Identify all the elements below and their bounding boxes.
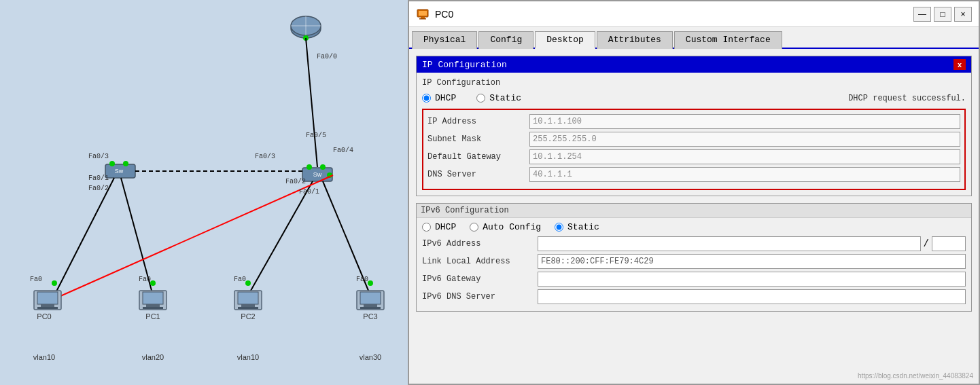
svg-text:Fa0/0: Fa0/0 <box>317 53 337 60</box>
svg-text:Fa0: Fa0 <box>356 276 368 283</box>
tab-config[interactable]: Config <box>478 31 533 49</box>
ipv6-gateway-input[interactable] <box>538 272 966 287</box>
svg-point-31 <box>150 280 156 286</box>
svg-text:Fa0/3: Fa0/3 <box>88 153 109 160</box>
svg-point-7 <box>109 161 115 166</box>
svg-rect-40 <box>360 292 381 304</box>
svg-point-8 <box>123 161 128 166</box>
svg-point-37 <box>245 280 251 286</box>
pc0-dialog: PC0 — □ × Physical Config Desktop Attrib… <box>408 0 980 385</box>
dialog-tabs: Physical Config Desktop Attributes Custo… <box>409 27 979 49</box>
svg-text:Fa0/2: Fa0/2 <box>88 185 109 192</box>
ipv6-config-box: IPv6 Configuration DHCP Auto Config Stat… <box>416 203 972 312</box>
dhcp-label: DHCP <box>435 93 456 103</box>
vlan10-label-pc2: vlan10 <box>237 353 259 361</box>
ipv6-static-radio[interactable] <box>555 223 563 232</box>
dhcp-radio[interactable] <box>422 94 431 103</box>
subnet-mask-input[interactable] <box>529 132 960 147</box>
link-local-input[interactable] <box>538 254 966 269</box>
subnet-mask-label: Subnet Mask <box>427 134 529 144</box>
svg-rect-42 <box>360 307 381 309</box>
ipv6-dhcp-radio[interactable] <box>422 223 431 232</box>
svg-rect-28 <box>143 292 163 304</box>
ip-config-inner: IP Configuration DHCP Static DHCP reques… <box>417 73 971 196</box>
ip-fields-bordered: IP Address Subnet Mask Default Gateway D… <box>422 109 966 190</box>
ipv6-dns-input[interactable] <box>538 289 966 304</box>
svg-rect-30 <box>143 307 163 309</box>
svg-rect-61 <box>419 18 426 20</box>
ipv6-static-group[interactable]: Static <box>555 222 599 232</box>
svg-line-14 <box>306 38 317 167</box>
link-local-label: Link Local Address <box>422 257 538 266</box>
svg-text:PC1: PC1 <box>145 312 160 320</box>
default-gateway-input[interactable] <box>529 149 960 164</box>
link-local-row: Link Local Address <box>422 254 966 269</box>
static-radio-group[interactable]: Static <box>476 93 521 103</box>
svg-text:Fa0/1: Fa0/1 <box>299 188 319 196</box>
ip-address-row: IP Address <box>427 114 960 129</box>
svg-text:Fa0/5: Fa0/5 <box>306 132 326 139</box>
svg-point-12 <box>320 164 326 170</box>
dns-server-input[interactable] <box>529 167 960 182</box>
tab-attributes[interactable]: Attributes <box>597 31 673 49</box>
ipv6-autoconfig-label: Auto Config <box>483 222 541 232</box>
ipv6-radio-row: DHCP Auto Config Static <box>422 222 966 232</box>
minimize-button[interactable]: — <box>913 7 931 22</box>
svg-rect-24 <box>37 307 58 309</box>
svg-text:PC0: PC0 <box>37 312 51 320</box>
ipv6-autoconfig-group[interactable]: Auto Config <box>470 222 541 232</box>
ip-config-box: IP Configuration x IP Configuration DHCP… <box>416 56 972 196</box>
svg-line-16 <box>54 178 114 295</box>
dhcp-radio-group[interactable]: DHCP <box>422 93 456 103</box>
svg-rect-36 <box>238 307 258 309</box>
svg-rect-60 <box>421 17 425 18</box>
maximize-button[interactable]: □ <box>934 7 951 22</box>
svg-text:PC3: PC3 <box>363 312 377 320</box>
svg-text:Fa0/2: Fa0/2 <box>285 178 306 185</box>
tab-custom-interface[interactable]: Custom Interface <box>674 31 782 49</box>
close-button[interactable]: × <box>954 7 972 22</box>
title-left: PC0 <box>416 7 453 21</box>
ipv6-address-input[interactable] <box>538 236 921 251</box>
ipv6-dns-label: IPv6 DNS Server <box>422 292 538 301</box>
ip-config-title: IP Configuration <box>422 60 507 70</box>
svg-text:Fa0/3: Fa0/3 <box>255 153 275 160</box>
svg-point-11 <box>307 164 312 170</box>
dhcp-status: DHCP request successful. <box>848 94 966 103</box>
svg-text:Sw: Sw <box>313 171 322 178</box>
dns-server-row: DNS Server <box>427 167 960 182</box>
svg-rect-41 <box>364 304 377 307</box>
dialog-titlebar: PC0 — □ × <box>409 1 979 27</box>
svg-text:Fa0: Fa0 <box>139 276 151 283</box>
tab-physical[interactable]: Physical <box>412 31 477 49</box>
ip-config-header: IP Configuration x <box>417 56 971 73</box>
svg-text:Fa0/1: Fa0/1 <box>88 175 109 182</box>
vlan20-label: vlan20 <box>142 353 164 361</box>
topology-area: Sw Sw PC0 vlan10 <box>0 0 408 385</box>
svg-point-43 <box>368 280 373 286</box>
static-radio[interactable] <box>476 94 485 103</box>
ipv6-gateway-label: IPv6 Gateway <box>422 274 538 284</box>
topology-svg: Sw Sw PC0 vlan10 <box>0 0 408 385</box>
dialog-content: IP Configuration x IP Configuration DHCP… <box>409 49 979 384</box>
svg-rect-22 <box>37 292 58 304</box>
ipv6-prefix-input[interactable] <box>932 236 966 251</box>
ipv6-slash: / <box>921 238 932 249</box>
svg-rect-23 <box>41 304 54 307</box>
vlan30-label: vlan30 <box>360 353 381 361</box>
subnet-mask-row: Subnet Mask <box>427 132 960 147</box>
tab-desktop[interactable]: Desktop <box>535 31 595 49</box>
ipv6-address-label: IPv6 Address <box>422 239 538 249</box>
ip-address-label: IP Address <box>427 117 529 126</box>
ipv6-dhcp-group[interactable]: DHCP <box>422 222 456 232</box>
ipv6-address-row: IPv6 Address / <box>422 236 966 251</box>
ipv6-autoconfig-radio[interactable] <box>470 223 478 232</box>
ip-address-input[interactable] <box>529 114 960 129</box>
svg-text:Fa0: Fa0 <box>234 276 246 283</box>
dialog-title: PC0 <box>435 9 453 20</box>
ip-config-close-button[interactable]: x <box>953 59 966 70</box>
ipv6-gateway-row: IPv6 Gateway <box>422 272 966 287</box>
svg-text:PC2: PC2 <box>241 312 255 320</box>
svg-point-25 <box>52 280 57 286</box>
ipv6-dns-row: IPv6 DNS Server <box>422 289 966 304</box>
